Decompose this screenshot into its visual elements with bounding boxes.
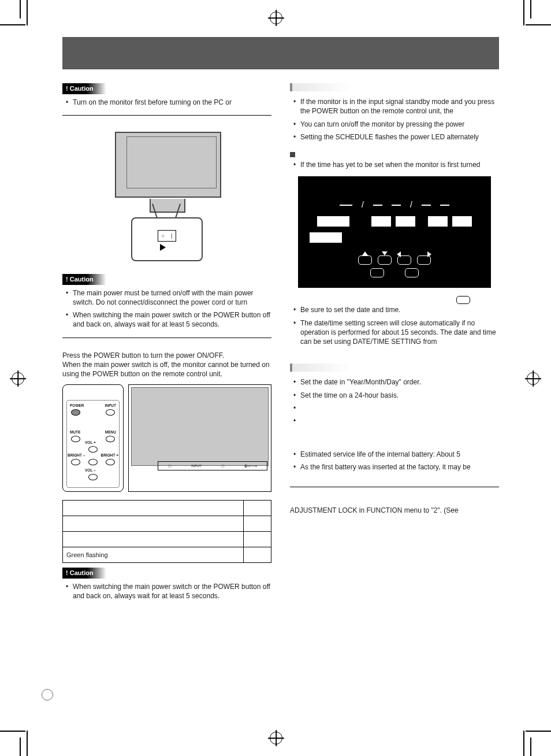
caution-label-3: Caution: [62, 568, 106, 579]
remote-and-monitor-figure: POWER INPUT MUTE MENU VOL + BRIGHT – BRI…: [62, 384, 271, 492]
square-bullet-icon: [290, 152, 295, 157]
osd-date-time-screen: / /: [298, 176, 491, 288]
tips1-item3: Setting the SCHEDULE flashes the power L…: [293, 132, 499, 142]
caution-label-1: Caution: [62, 83, 106, 94]
caution3-item1: When switching the main power switch or …: [66, 582, 271, 601]
monitor-input-label: INPUT: [191, 464, 202, 468]
nav-right-icon: [417, 255, 431, 265]
tips2-item1: Be sure to set the date and time.: [293, 305, 499, 314]
monitor-figure: [109, 132, 225, 213]
nav-up-icon: [358, 255, 372, 265]
power-para-1: Press the POWER button to turn the power…: [62, 351, 271, 360]
inline-button-icon: [456, 296, 470, 304]
remote-menu-label: MENU: [105, 430, 116, 435]
osd-nav-icons: [310, 255, 479, 265]
tips3-item3: [293, 403, 499, 413]
tips4-item2: As the first battery was inserted at the…: [293, 462, 499, 472]
nav-btn-a: [370, 268, 384, 277]
registration-mark-bottom: [270, 732, 282, 744]
separator-1: [62, 115, 271, 116]
remote-mute-label: MUTE: [70, 430, 80, 435]
tips3-item1: Set the date in "Year/Month/Day" order.: [293, 377, 499, 387]
right-column: If the monitor is in the input signal st…: [290, 83, 499, 606]
remote-control-figure: POWER INPUT MUTE MENU VOL + BRIGHT – BRI…: [62, 384, 124, 492]
caution2-item2: When switching the main power switch or …: [66, 310, 271, 329]
footer-note: ADJUSTMENT LOCK in FUNCTION menu to "2".…: [290, 506, 499, 515]
remote-brp-label: BRIGHT +: [100, 453, 118, 458]
registration-mark-left: [12, 372, 24, 385]
separator-2: [62, 338, 271, 338]
nav-btn-b: [405, 268, 419, 277]
monitor-front-figure: ▢ INPUT ▢ ⏻ ▢──▢: [128, 384, 271, 492]
page-content: Caution Turn on the monitor first before…: [62, 37, 499, 710]
page-number-circle: [42, 689, 53, 701]
separator-3: [290, 487, 499, 487]
nav-left-icon: [397, 255, 411, 265]
left-column: Caution Turn on the monitor first before…: [62, 83, 271, 606]
power-para-2: When the main power switch is off, the m…: [62, 360, 271, 379]
tips-header-1: [290, 83, 365, 91]
status-table: Green flashing: [62, 500, 271, 563]
tips4-item1: Estimated service life of the internal b…: [293, 450, 499, 459]
remote-power-label: POWER: [70, 403, 84, 409]
caution-label-2: Caution: [62, 274, 106, 285]
tips3-item2: Set the time on a 24-hour basis.: [293, 391, 499, 400]
tips2-item2: The date/time setting screen will close …: [293, 318, 499, 347]
sec2-item1: If the time has yet to be set when the m…: [293, 160, 499, 169]
status-cell-green: Green flashing: [63, 547, 244, 563]
caution2-item1: The main power must be turned on/off wit…: [66, 288, 271, 307]
arrow-right-icon: [160, 244, 166, 251]
title-bar: [62, 37, 499, 69]
remote-volp-label: VOL +: [85, 440, 96, 446]
registration-mark-right: [527, 372, 539, 385]
power-switch-icon: ○|: [158, 230, 176, 242]
caution1-item1: Turn on the monitor first before turning…: [66, 98, 271, 107]
remote-input-label: INPUT: [105, 403, 117, 409]
tips1-item2: You can turn on/off the monitor by press…: [293, 120, 499, 129]
tips3-item4: [293, 416, 499, 425]
power-switch-callout: ○|: [131, 217, 203, 261]
tips-header-2: [290, 364, 365, 372]
tips1-item1: If the monitor is in the input signal st…: [293, 97, 499, 116]
remote-brm-label: BRIGHT –: [68, 453, 85, 458]
nav-down-icon: [378, 255, 392, 265]
remote-volm-label: VOL –: [85, 468, 96, 473]
registration-mark-top: [270, 12, 282, 24]
